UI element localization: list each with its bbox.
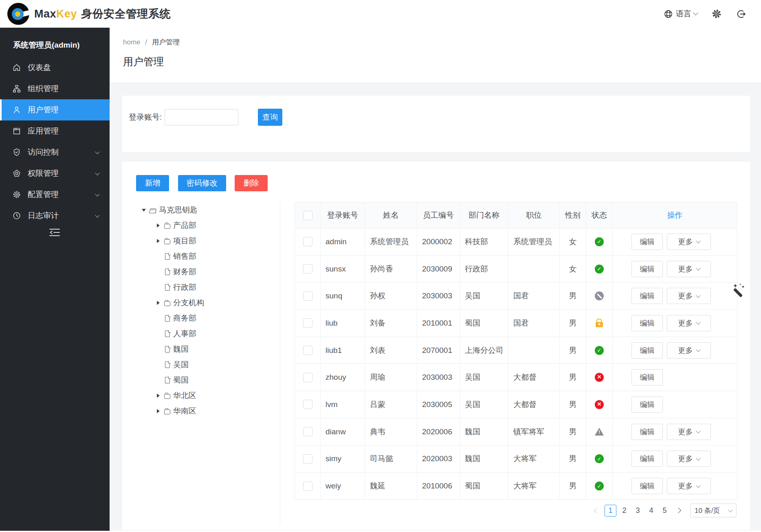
cell-gender: 男 [560, 310, 586, 337]
edit-button[interactable]: 编辑 [631, 315, 663, 331]
more-button[interactable]: 更多 [667, 315, 711, 331]
row-checkbox[interactable] [303, 400, 312, 409]
edit-button[interactable]: 编辑 [631, 451, 663, 467]
caret-right-icon[interactable] [155, 392, 161, 399]
edit-button[interactable]: 编辑 [631, 288, 663, 304]
caret-right-icon[interactable] [155, 408, 161, 414]
cell-position: 大将军 [508, 473, 560, 499]
row-checkbox[interactable] [303, 427, 312, 436]
chevron-down-icon [693, 10, 698, 15]
more-button[interactable]: 更多 [667, 234, 711, 250]
status-icon [595, 265, 604, 274]
more-button[interactable]: 更多 [667, 288, 711, 304]
row-checkbox[interactable] [303, 454, 312, 464]
caret-right-icon[interactable] [155, 238, 161, 244]
tree-node[interactable]: 魏国 [122, 342, 280, 357]
tree-node[interactable]: 商务部 [122, 311, 280, 326]
row-checkbox[interactable] [303, 346, 312, 355]
cell-employee-id: 2010001 [417, 310, 460, 337]
sidebar-item-audit-log[interactable]: 日志审计 [0, 205, 110, 226]
more-button[interactable]: 更多 [667, 424, 711, 440]
caret-down-icon[interactable] [141, 207, 147, 213]
query-button[interactable]: 查询 [258, 109, 282, 126]
more-button[interactable]: 更多 [667, 342, 711, 359]
menu-collapse-icon[interactable] [49, 228, 60, 237]
brand-suffix: 身份安全管理系统 [81, 7, 171, 21]
row-checkbox[interactable] [303, 264, 312, 274]
tree-node[interactable]: 分支机构 [122, 295, 280, 311]
tree-node[interactable]: 财务部 [122, 264, 280, 280]
sidebar-item-label: 日志审计 [28, 210, 59, 221]
tree-node[interactable]: 人事部 [122, 326, 280, 342]
tree-node-root[interactable]: 马克思钥匙 [122, 202, 280, 218]
tree-node[interactable]: 华南区 [122, 403, 280, 419]
more-button[interactable]: 更多 [667, 451, 711, 467]
cell-employee-id: 2030005 [417, 391, 460, 418]
delete-button[interactable]: 删除 [235, 175, 268, 191]
cell-name: 吕蒙 [365, 391, 417, 418]
logout-icon[interactable] [736, 9, 746, 19]
toolbar: 新增 密码修改 删除 [136, 175, 268, 191]
edit-button[interactable]: 编辑 [631, 396, 663, 413]
page-button-3[interactable]: 3 [632, 505, 643, 516]
select-all-checkbox[interactable] [303, 211, 312, 220]
page-button-5[interactable]: 5 [659, 505, 670, 516]
next-page-button[interactable] [673, 505, 684, 516]
prev-page-button[interactable] [591, 505, 602, 516]
row-checkbox[interactable] [303, 291, 312, 301]
cell-gender: 男 [560, 391, 586, 418]
sidebar-item-configuration[interactable]: 配置管理 [0, 184, 110, 205]
add-button[interactable]: 新增 [136, 175, 169, 191]
page-button-2[interactable]: 2 [619, 505, 630, 516]
caret-right-icon[interactable] [155, 300, 161, 306]
edit-button[interactable]: 编辑 [631, 424, 663, 440]
sidebar-item-users[interactable]: 用户管理 [0, 99, 110, 120]
more-button[interactable]: 更多 [667, 478, 711, 494]
chevron-down-icon [696, 239, 700, 243]
sidebar-item-access-control[interactable]: 访问控制 [0, 142, 110, 163]
tree-node[interactable]: 产品部 [122, 218, 280, 233]
row-checkbox[interactable] [303, 373, 312, 382]
tree-node[interactable]: 项目部 [122, 233, 280, 249]
settings-gear-icon[interactable] [711, 9, 722, 19]
tree-node[interactable]: 吴国 [122, 357, 280, 372]
login-account-input[interactable] [165, 109, 238, 125]
folder-icon [164, 300, 171, 306]
status-icon [595, 400, 604, 409]
dashboard-icon [12, 63, 21, 72]
user-table: 登录账号 姓名 员工编号 部门名称 职位 性别 状态 操作 admin 系统管理… [295, 202, 737, 500]
caret-spacer [155, 331, 161, 337]
row-checkbox[interactable] [303, 237, 312, 246]
tree-node[interactable]: 蜀国 [122, 372, 280, 388]
edit-button[interactable]: 编辑 [631, 342, 663, 359]
sidebar-item-organization[interactable]: 组织管理 [0, 78, 110, 99]
edit-button[interactable]: 编辑 [631, 234, 663, 250]
row-checkbox[interactable] [303, 482, 312, 491]
more-button[interactable]: 更多 [667, 261, 711, 277]
edit-button[interactable]: 编辑 [631, 478, 663, 494]
page-button-1[interactable]: 1 [605, 505, 616, 517]
page-button-4[interactable]: 4 [646, 505, 657, 516]
language-menu[interactable]: 语言 [663, 9, 697, 19]
edit-button[interactable]: 编辑 [631, 369, 663, 385]
page-size-select[interactable]: 10 条/页 [690, 504, 737, 517]
sidebar-item-permissions[interactable]: 权限管理 [0, 163, 110, 184]
change-password-button[interactable]: 密码修改 [178, 175, 226, 191]
breadcrumb-current: 用户管理 [152, 37, 180, 47]
caret-right-icon[interactable] [155, 222, 161, 229]
row-checkbox[interactable] [303, 318, 312, 328]
tree-node[interactable]: 销售部 [122, 249, 280, 264]
tree-node[interactable]: 华北区 [122, 388, 280, 403]
chevron-down-icon [95, 149, 99, 154]
sidebar-item-applications[interactable]: 应用管理 [0, 120, 110, 142]
tree-node[interactable]: 行政部 [122, 280, 280, 295]
breadcrumb-home[interactable]: home [123, 38, 141, 46]
sidebar-item-dashboard[interactable]: 仪表盘 [0, 57, 110, 78]
cell-gender: 男 [560, 282, 586, 309]
file-icon [164, 377, 171, 383]
cell-position: 大都督 [508, 391, 560, 418]
app-icon [12, 127, 21, 136]
cell-name: 系统管理员 [365, 228, 417, 255]
col-header-action: 操作 [613, 203, 737, 228]
edit-button[interactable]: 编辑 [631, 261, 663, 277]
